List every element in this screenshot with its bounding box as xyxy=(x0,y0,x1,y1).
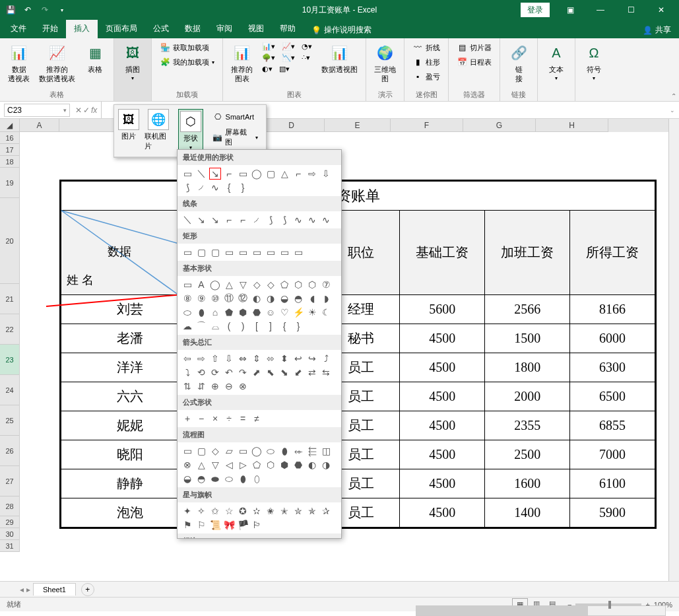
tab-insert[interactable]: 插入 xyxy=(66,19,98,38)
row-header[interactable]: 25 xyxy=(0,405,20,436)
shape-icon[interactable]: ⬠ xyxy=(278,279,290,291)
tab-data[interactable]: 数据 xyxy=(177,19,209,38)
shape-icon[interactable]: ↷ xyxy=(237,366,249,378)
login-button[interactable]: 登录 xyxy=(521,3,550,17)
table-cell[interactable]: 6000 xyxy=(570,324,655,353)
shape-icon[interactable]: ♡ xyxy=(278,306,290,318)
shape-rect-icon[interactable]: ▭ xyxy=(237,168,249,180)
table-cell[interactable]: 6100 xyxy=(570,469,655,498)
shape-icon[interactable]: ▽ xyxy=(237,279,249,291)
shape-icon[interactable]: ⬍ xyxy=(278,353,290,364)
sheet-nav-prev-icon[interactable]: ◂ xyxy=(20,585,24,594)
shape-icon[interactable]: ⬊ xyxy=(278,366,290,378)
expand-formula-icon[interactable]: ⌄ xyxy=(666,107,679,114)
shape-icon[interactable]: ⬯ xyxy=(251,473,263,485)
table-cell[interactable]: 4500 xyxy=(400,382,485,411)
shape-icon[interactable]: ◒ xyxy=(181,473,193,485)
vertical-scrollbar[interactable] xyxy=(668,119,679,581)
row-header[interactable]: 17 xyxy=(0,144,20,156)
pivot-chart-button[interactable]: 📊数据透视图 xyxy=(319,41,360,75)
slicer-button[interactable]: ▤切片器 xyxy=(454,41,494,54)
recommended-charts-button[interactable]: 📊推荐的 图表 xyxy=(228,41,255,85)
shape-icon[interactable]: ⌐ xyxy=(237,214,249,226)
link-button[interactable]: 🔗链 接 xyxy=(505,41,532,85)
tab-help[interactable]: 帮助 xyxy=(272,19,304,38)
shape-icon[interactable]: ✭ xyxy=(278,505,290,517)
screenshot-button[interactable]: 📷屏幕截图▾ xyxy=(210,126,261,149)
pivottable-button[interactable]: 📊数据 透视表 xyxy=(5,41,32,85)
shape-icon[interactable]: ✮ xyxy=(292,505,304,517)
shape-icon[interactable]: 🎀 xyxy=(223,519,235,531)
shape-icon[interactable]: ⊗ xyxy=(237,380,249,392)
row-header[interactable]: 28 xyxy=(0,496,20,516)
shape-icon[interactable]: ⤴ xyxy=(320,353,332,364)
shape-icon[interactable]: ◑ xyxy=(320,459,332,471)
shape-icon[interactable]: △ xyxy=(223,279,235,291)
shape-icon[interactable]: ⇕ xyxy=(251,353,263,364)
shape-roundrect-icon[interactable]: ▢ xyxy=(265,168,276,180)
sheet-nav-next-icon[interactable]: ▸ xyxy=(26,585,30,594)
table-cell[interactable]: 4500 xyxy=(400,324,485,353)
col-header[interactable]: E xyxy=(325,119,391,132)
row-header[interactable]: 22 xyxy=(0,314,20,345)
shape-icon[interactable]: ✪ xyxy=(237,505,249,517)
table-cell[interactable]: 2355 xyxy=(485,411,570,440)
shape-icon[interactable]: ⇦ xyxy=(181,353,193,364)
row-header[interactable]: 29 xyxy=(0,516,20,528)
shape-icon[interactable]: ✯ xyxy=(306,505,318,517)
undo-icon[interactable]: ↶ xyxy=(20,2,36,18)
shape-rbrace-icon[interactable]: } xyxy=(237,182,249,193)
sparkline-line-button[interactable]: 〰折线 xyxy=(410,41,443,54)
shape-icon[interactable]: ▭ xyxy=(223,246,235,258)
shape-icon[interactable]: ↪ xyxy=(306,353,318,364)
shape-icon[interactable]: ▭ xyxy=(237,246,249,258)
shape-icon[interactable]: ◓ xyxy=(292,292,304,304)
shape-icon[interactable]: ↘ xyxy=(195,214,207,226)
shape-icon[interactable]: ◒ xyxy=(278,292,290,304)
shape-icon[interactable]: ▭ xyxy=(251,246,263,258)
shape-lbrace-icon[interactable]: { xyxy=(223,182,235,193)
shape-icon[interactable]: ✧ xyxy=(195,505,207,517)
bar-chart-icon[interactable]: 📊▾ xyxy=(259,41,278,52)
shape-triangle-icon[interactable]: △ xyxy=(278,168,290,180)
shape-icon[interactable]: △ xyxy=(195,459,207,471)
shape-icon[interactable]: ⬮ xyxy=(195,306,207,318)
shape-icon[interactable]: − xyxy=(195,413,207,425)
maximize-icon[interactable]: ☐ xyxy=(616,1,646,19)
table-cell[interactable]: 2000 xyxy=(485,382,570,411)
shape-connector-icon[interactable]: ⌐ xyxy=(223,168,235,180)
shape-icon[interactable]: ( xyxy=(223,320,235,332)
table-cell[interactable]: 7000 xyxy=(570,440,655,469)
my-addins-button[interactable]: 🧩我的加载项▾ xyxy=(157,55,217,69)
table-cell[interactable]: 1400 xyxy=(485,498,570,528)
redo-icon[interactable]: ↷ xyxy=(37,2,53,18)
new-sheet-button[interactable]: + xyxy=(81,583,94,596)
sparkline-winloss-button[interactable]: ▪盈亏 xyxy=(410,70,443,83)
shape-icon[interactable]: ✦ xyxy=(181,505,193,517)
sheet-tab[interactable]: Sheet1 xyxy=(33,583,76,596)
shape-icon[interactable]: ⑫ xyxy=(237,292,249,304)
tab-review[interactable]: 审阅 xyxy=(209,19,240,38)
shape-icon[interactable]: ⇵ xyxy=(195,380,207,392)
col-header[interactable]: A xyxy=(20,119,59,132)
col-header[interactable]: G xyxy=(463,119,536,132)
shape-textbox-icon[interactable]: ▭ xyxy=(181,168,193,180)
col-header[interactable]: H xyxy=(536,119,608,132)
cancel-formula-icon[interactable]: ✕ xyxy=(75,106,82,115)
illustrations-button[interactable]: 🖼插图▾ xyxy=(119,41,146,84)
map-button[interactable]: 🌍三维地 图 xyxy=(372,41,399,85)
table-cell[interactable]: 2500 xyxy=(485,440,570,469)
sparkline-column-button[interactable]: ▮柱形 xyxy=(410,55,443,69)
tab-file[interactable]: 文件 xyxy=(3,19,34,38)
shape-icon[interactable]: ⬭ xyxy=(223,473,235,485)
shape-line-icon[interactable]: ＼ xyxy=(195,168,207,180)
shape-icon[interactable]: ⬄ xyxy=(265,353,276,364)
shape-oval-icon[interactable]: ◯ xyxy=(251,168,263,180)
shape-icon[interactable]: ⬣ xyxy=(292,459,304,471)
shape-icon[interactable]: ＼ xyxy=(181,214,193,226)
table-cell[interactable]: 4500 xyxy=(400,411,485,440)
row-header[interactable]: 21 xyxy=(0,284,20,314)
shape-icon[interactable]: { xyxy=(278,320,290,332)
line-chart-icon[interactable]: 📈▾ xyxy=(279,41,298,52)
shape-icon[interactable]: 📜 xyxy=(209,519,221,531)
